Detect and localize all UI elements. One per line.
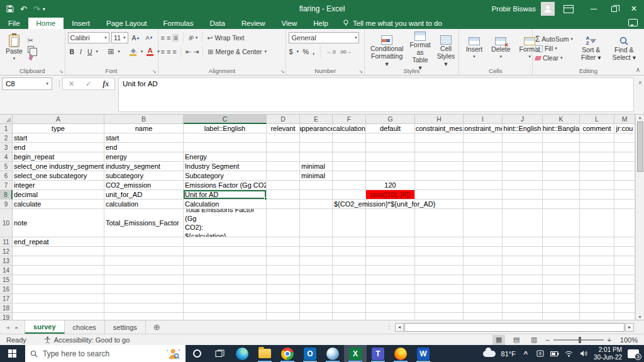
pc-status-icon[interactable]: [536, 349, 545, 358]
edge-button[interactable]: [231, 345, 253, 362]
cell-L12[interactable]: [580, 247, 614, 256]
new-sheet-icon[interactable]: ⊕: [146, 320, 168, 334]
collapse-formula-bar-icon[interactable]: ∧: [638, 79, 642, 86]
cell-J6[interactable]: [502, 171, 543, 181]
cell-C8[interactable]: Unit for AD: [184, 190, 267, 200]
cell-M19[interactable]: [614, 313, 635, 320]
column-header-I[interactable]: I: [464, 115, 502, 124]
cell-M13[interactable]: [614, 256, 635, 266]
row-header-2[interactable]: 2: [0, 133, 13, 143]
clear-button[interactable]: Clear ▾: [535, 54, 573, 62]
clock[interactable]: 2:01 PM 30-Jun-22: [594, 346, 622, 361]
row-header-9[interactable]: 9: [0, 200, 13, 209]
cell-H10[interactable]: [415, 209, 464, 237]
cell-F5[interactable]: [333, 162, 366, 171]
cell-G17[interactable]: [366, 294, 415, 303]
firefox-button[interactable]: [389, 345, 412, 362]
cell-D19[interactable]: [267, 313, 300, 320]
cell-H19[interactable]: [415, 313, 464, 320]
cell-A15[interactable]: [13, 275, 104, 285]
insert-cells-button[interactable]: Insert ▾: [462, 37, 487, 60]
cell-C7[interactable]: Emissions Factor (Gg CO2): [184, 181, 267, 190]
weather-icon[interactable]: [483, 351, 496, 357]
cell-G11[interactable]: [366, 237, 415, 247]
wifi-icon[interactable]: [565, 349, 574, 358]
increase-indent-icon[interactable]: ⇥: [193, 48, 198, 56]
column-header-J[interactable]: J: [502, 115, 543, 124]
cell-B10[interactable]: Total_Emissions_Factor: [104, 209, 184, 237]
cell-G10[interactable]: [366, 209, 415, 237]
fill-handle[interactable]: [264, 197, 267, 200]
copy-icon[interactable]: [28, 46, 34, 53]
cortana-button[interactable]: [186, 345, 208, 362]
zoom-slider[interactable]: − +: [545, 336, 611, 344]
cell-L14[interactable]: [580, 266, 614, 275]
cell-A16[interactable]: [13, 285, 104, 294]
cell-K14[interactable]: [543, 266, 580, 275]
cell-B11[interactable]: [104, 237, 184, 247]
row-header-14[interactable]: 14: [0, 266, 13, 275]
row-header-1[interactable]: 1: [0, 124, 13, 133]
cell-B18[interactable]: [104, 303, 184, 313]
cell-A14[interactable]: [13, 266, 104, 275]
start-button[interactable]: [0, 345, 25, 362]
cell-L15[interactable]: [580, 275, 614, 285]
cell-B6[interactable]: subcategory: [104, 171, 184, 181]
middle-align-icon[interactable]: ≡: [167, 34, 170, 42]
excel-taskbar-button[interactable]: X: [344, 345, 367, 362]
cell-M14[interactable]: [614, 266, 635, 275]
cell-A18[interactable]: [13, 303, 104, 313]
row-header-12[interactable]: 12: [0, 247, 13, 256]
cell-I8[interactable]: [464, 190, 502, 200]
cell-B2[interactable]: start: [104, 133, 184, 143]
cell-G18[interactable]: [366, 303, 415, 313]
word-button[interactable]: W: [412, 345, 435, 362]
cell-H17[interactable]: [415, 294, 464, 303]
cell-E13[interactable]: [300, 256, 333, 266]
cell-L4[interactable]: [580, 152, 614, 162]
cell-A10[interactable]: note: [13, 209, 104, 237]
cell-J13[interactable]: [502, 256, 543, 266]
cell-F16[interactable]: [333, 285, 366, 294]
cell-K8[interactable]: [543, 190, 580, 200]
cell-A7[interactable]: integer: [13, 181, 104, 190]
cell-G14[interactable]: [366, 266, 415, 275]
cell-B5[interactable]: industry_segment: [104, 162, 184, 171]
row-header-5[interactable]: 5: [0, 162, 13, 171]
cell-C9[interactable]: Calculation: [184, 200, 267, 209]
cell-M4[interactable]: [614, 152, 635, 162]
cell-M17[interactable]: [614, 294, 635, 303]
cell-F12[interactable]: [333, 247, 366, 256]
cell-A12[interactable]: [13, 247, 104, 256]
cell-I16[interactable]: [464, 285, 502, 294]
cell-E3[interactable]: [300, 143, 333, 152]
cell-L2[interactable]: [580, 133, 614, 143]
cancel-entry-icon[interactable]: ✕: [69, 79, 75, 88]
cell-J16[interactable]: [502, 285, 543, 294]
cell-F6[interactable]: [333, 171, 366, 181]
cell-I19[interactable]: [464, 313, 502, 320]
cell-B1[interactable]: name: [104, 124, 184, 133]
cell-G12[interactable]: [366, 247, 415, 256]
cell-L18[interactable]: [580, 303, 614, 313]
cell-A8[interactable]: decimal: [13, 190, 104, 200]
show-hidden-icons-chevron[interactable]: ^: [521, 349, 530, 358]
zoom-level[interactable]: 100%: [616, 336, 638, 344]
chevron-down-icon[interactable]: ▾: [96, 49, 99, 54]
cell-M1[interactable]: jr:cou: [614, 124, 635, 133]
cell-I6[interactable]: [464, 171, 502, 181]
delete-cells-button[interactable]: Delete ▾: [487, 37, 514, 60]
save-icon[interactable]: [6, 5, 14, 13]
cell-K9[interactable]: [543, 200, 580, 209]
cell-C4[interactable]: Energy: [184, 152, 267, 162]
cell-L11[interactable]: [580, 237, 614, 247]
cell-I4[interactable]: [464, 152, 502, 162]
column-header-B[interactable]: B: [104, 115, 184, 124]
customize-qat-icon[interactable]: ▾: [43, 6, 45, 12]
cell-D7[interactable]: [267, 181, 300, 190]
column-header-D[interactable]: D: [267, 115, 300, 124]
cell-M3[interactable]: [614, 143, 635, 152]
cell-G1[interactable]: default: [366, 124, 415, 133]
collapse-ribbon-icon[interactable]: ∧: [636, 66, 640, 73]
sort-filter-button[interactable]: AZ Sort & Filter ▾: [578, 35, 604, 62]
